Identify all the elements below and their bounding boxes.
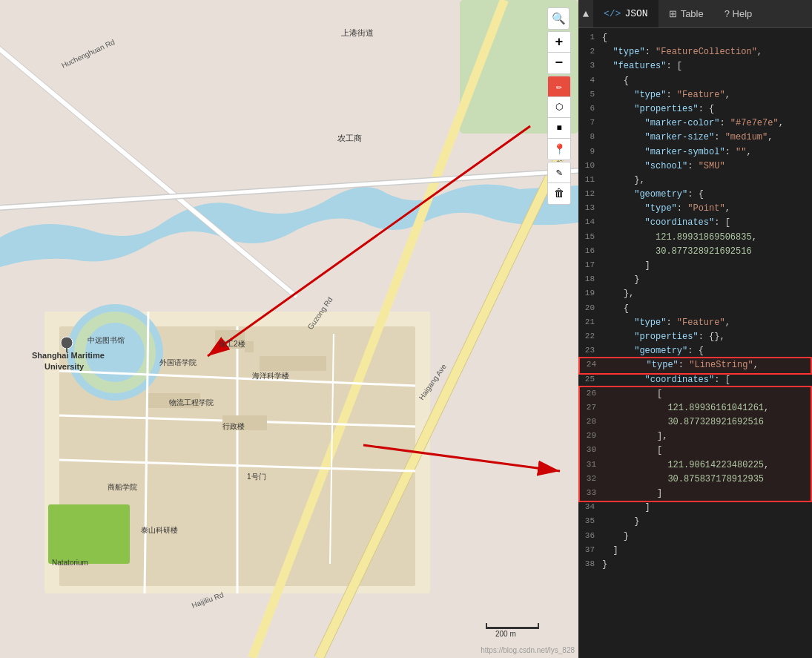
svg-text:Shanghai Maritime: Shanghai Maritime — [32, 351, 105, 360]
json-line-20: 20 { — [578, 302, 812, 316]
json-line-26: 26 [ — [580, 387, 811, 401]
json-line-17: 17 ] — [578, 259, 812, 273]
svg-rect-5 — [48, 504, 130, 564]
svg-text:1号门: 1号门 — [247, 473, 266, 481]
json-line-4: 4 { — [578, 74, 812, 88]
svg-text:海洋科学楼: 海洋科学楼 — [252, 372, 289, 380]
json-line-38: 38 } — [578, 558, 812, 572]
svg-text:泰山科研楼: 泰山科研楼 — [141, 526, 178, 534]
json-line-11: 11 }, — [578, 174, 812, 188]
json-line-25: 25 "coordinates": [ — [578, 373, 812, 387]
json-line-23: 23 "geometry": { — [578, 344, 812, 358]
zoom-in-button[interactable]: + — [548, 32, 570, 53]
svg-rect-50 — [486, 627, 538, 629]
json-line-10: 10 "school": "SMU" — [578, 159, 812, 174]
json-line-27: 27 121.89936161041261, — [580, 401, 811, 415]
json-line-21: 21 "type": "Feature", — [578, 316, 812, 330]
json-line-13: 13 "type": "Point", — [578, 202, 812, 216]
pin-tool-button[interactable]: 📍 — [548, 139, 570, 159]
svg-rect-51 — [486, 623, 487, 629]
json-line-36: 36 } — [578, 530, 812, 544]
json-line-28: 28 30.877328921692516 — [580, 415, 811, 430]
svg-rect-24 — [260, 356, 326, 371]
json-line-6: 6 "properties": { — [578, 102, 812, 116]
json-line-12: 12 "geometry": { — [578, 188, 812, 202]
json-line-35: 35 } — [578, 515, 812, 529]
json-line-31: 31 121.90614223480225, — [580, 458, 811, 473]
polygon-tool-button[interactable]: ⬡ — [548, 97, 570, 118]
map-panel[interactable]: 上港街道 农工商 Huchenghuan Rd Guzong Rd Haigan… — [0, 0, 578, 658]
map-attribution: https://blog.csdn.net/lys_828 — [481, 646, 575, 654]
json-line-1: 1 { — [578, 31, 812, 45]
json-line-30: 30 [ — [580, 444, 811, 458]
scroll-up-arrow[interactable]: ▲ — [578, 0, 593, 28]
json-line-24-highlighted: 24 "type": "LineString", — [580, 358, 811, 372]
svg-text:200 m: 200 m — [495, 630, 516, 638]
json-line-29: 29 ], — [580, 430, 811, 444]
pencil-tool-button[interactable]: ✏ — [548, 76, 570, 97]
tab-json[interactable]: </> JSON — [593, 0, 658, 27]
svg-text:中远图书馆: 中远图书馆 — [88, 336, 125, 344]
coordinates-box-highlight: 26 [ 27 121.89936161041261, 28 30.877328… — [580, 387, 811, 501]
svg-rect-52 — [538, 623, 539, 629]
json-line-22: 22 "properties": {}, — [578, 330, 812, 344]
search-zoom-button[interactable]: 🔍 — [547, 7, 570, 30]
json-line-19: 19 }, — [578, 287, 812, 301]
svg-rect-27 — [245, 341, 254, 352]
table-icon: ⊞ — [669, 8, 677, 19]
svg-text:保工2楼: 保工2楼 — [219, 340, 245, 348]
svg-text:外国语学院: 外国语学院 — [159, 358, 197, 366]
json-line-33: 33 ] — [580, 487, 811, 501]
json-line-2: 2 "type": "FeatureCollection", — [578, 45, 812, 59]
json-line-7: 7 "marker-color": "#7e7e7e", — [578, 116, 812, 131]
square-tool-button[interactable]: ■ — [548, 118, 570, 139]
json-icon: </> — [604, 8, 621, 19]
json-content[interactable]: 1 { 2 "type": "FeatureCollection", 3 "fe… — [578, 28, 812, 658]
delete-tool-button[interactable]: 🗑 — [548, 183, 570, 204]
json-line-3: 3 "features": [ — [578, 59, 812, 73]
json-line-14: 14 "coordinates": [ — [578, 216, 812, 230]
zoom-out-button[interactable]: − — [548, 53, 570, 73]
json-line-16: 16 30.877328921692516 — [578, 245, 812, 259]
json-line-32: 32 30.875837178912935 — [580, 473, 811, 487]
json-line-8: 8 "marker-size": "medium", — [578, 131, 812, 145]
json-line-34: 34 ] — [578, 501, 812, 515]
json-line-37: 37 ] — [578, 544, 812, 558]
json-header: ▲ </> JSON ⊞ Table ? Help — [578, 0, 812, 28]
json-line-9: 9 "marker-symbol": "", — [578, 145, 812, 159]
tab-table[interactable]: ⊞ Table — [658, 0, 714, 27]
svg-text:Natatorium: Natatorium — [52, 559, 88, 567]
json-line-18: 18 } — [578, 273, 812, 287]
svg-text:商船学院: 商船学院 — [108, 483, 137, 491]
edit-tool-button[interactable]: ✎ — [548, 162, 570, 183]
svg-text:University: University — [44, 362, 85, 371]
tab-help[interactable]: ? Help — [714, 0, 763, 27]
svg-text:物流工程学院: 物流工程学院 — [169, 398, 214, 407]
json-line-5: 5 "type": "Feature", — [578, 88, 812, 102]
json-line-15: 15 121.89931869506835, — [578, 231, 812, 245]
svg-text:农工商: 农工商 — [337, 134, 362, 142]
map-toolbar: 🔍 + − ✏ ⬡ ■ 📍 ✎ 🗑 — [547, 7, 571, 205]
svg-text:行政楼: 行政楼 — [222, 422, 245, 430]
json-panel: ▲ </> JSON ⊞ Table ? Help 1 { 2 "type": … — [578, 0, 812, 658]
svg-text:上港街道: 上港街道 — [341, 28, 374, 37]
